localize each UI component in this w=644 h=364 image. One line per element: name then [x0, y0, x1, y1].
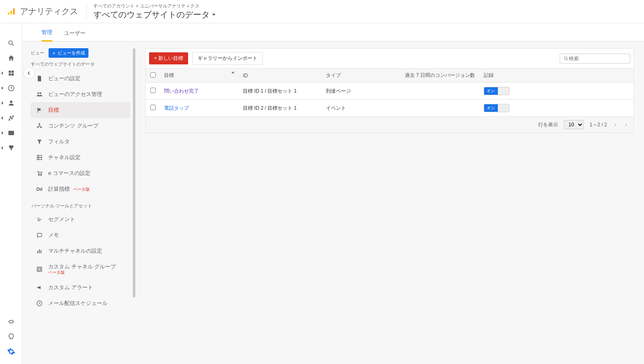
goals-toolbar: + 新しい目標 ギャラリーからインポート — [146, 49, 634, 68]
select-all-checkbox[interactable] — [150, 72, 156, 78]
app-name: アナリティクス — [20, 6, 78, 17]
table-row: 問い合わせ完了 目標 ID 1 / 目標セット 1 到達ページ オン — [146, 83, 634, 100]
svg-point-13 — [11, 118, 12, 119]
item-label: 計算指標 — [48, 186, 70, 192]
custom-alerts-item[interactable]: カスタム アラート — [31, 280, 130, 295]
item-label: ビューの設定 — [48, 75, 81, 82]
search-box[interactable] — [560, 54, 630, 64]
item-label: メール配信スケジュール — [48, 300, 108, 307]
recording-toggle[interactable]: オン — [484, 87, 509, 95]
rows-label: 行を表示 — [538, 121, 558, 128]
select-all-header[interactable] — [146, 69, 160, 83]
filter-icon — [36, 138, 43, 145]
goal-type-cell: 到達ページ — [322, 83, 401, 100]
current-view-name: すべてのウェブサイトのデータ — [31, 61, 130, 67]
analytics-logo-icon — [7, 7, 16, 16]
scrollbar[interactable] — [133, 48, 135, 306]
admin-gear-icon[interactable] — [0, 344, 22, 359]
custom-channel-item[interactable]: カスタム チャネル グループ ベータ版 — [31, 259, 130, 280]
content-groups-item[interactable]: コンテンツ グループ — [31, 118, 130, 134]
flag-icon — [36, 107, 43, 113]
item-label: 目標 — [48, 106, 59, 114]
channel-settings-item[interactable]: チャネル設定 — [31, 150, 130, 165]
col-goal[interactable]: 目標 — [160, 69, 239, 83]
home-icon[interactable] — [0, 51, 22, 66]
scheduled-emails-item[interactable]: メール配信スケジュール — [31, 295, 130, 311]
row-checkbox[interactable] — [150, 105, 156, 110]
logo-block[interactable]: アナリティクス — [7, 4, 87, 19]
attribution-icon[interactable] — [0, 314, 22, 329]
breadcrumb-block[interactable]: すべてのアカウント > ユニバーサルアナリティクス すべてのウェブサイトのデータ — [87, 3, 215, 20]
memo-icon — [36, 232, 43, 239]
people-icon — [36, 91, 43, 98]
item-label: e コマースの設定 — [48, 170, 91, 177]
search-input[interactable] — [569, 56, 627, 61]
create-view-button[interactable]: ビューを作成 — [49, 48, 88, 58]
item-label: ビューのアクセス管理 — [48, 91, 102, 98]
svg-rect-27 — [41, 250, 42, 253]
ecommerce-item[interactable]: e コマースの設定 — [31, 165, 130, 181]
col-conversions[interactable]: 過去 7 日間のコンバージョン数 — [401, 69, 480, 83]
dashboard-icon[interactable] — [0, 66, 22, 81]
col-type[interactable]: タイプ — [322, 69, 401, 83]
audience-icon[interactable] — [0, 96, 22, 111]
svg-point-3 — [9, 41, 12, 44]
svg-point-10 — [10, 101, 12, 103]
goal-link[interactable]: 電話タップ — [164, 105, 189, 111]
next-page-button[interactable]: › — [624, 122, 629, 128]
item-label: フィルタ — [48, 138, 70, 145]
sort-caret-icon — [231, 72, 235, 74]
svg-point-17 — [40, 92, 42, 94]
filters-item[interactable]: フィルタ — [31, 134, 130, 150]
goal-link[interactable]: 問い合わせ完了 — [164, 88, 199, 94]
clock-mail-icon — [36, 300, 43, 307]
recording-toggle[interactable]: オン — [484, 104, 509, 112]
segments-item[interactable]: セグメント — [31, 212, 130, 227]
page-icon — [36, 75, 43, 82]
view-access-item[interactable]: ビューのアクセス管理 — [31, 86, 130, 102]
goal-type-cell: イベント — [322, 100, 401, 117]
multichannel-item[interactable]: マルチチャネルの設定 — [31, 243, 130, 259]
beta-badge: ベータ版 — [48, 270, 116, 275]
personal-section-title: パーソナル ツールとアセット — [31, 197, 130, 212]
item-label: セグメント — [48, 216, 75, 223]
beta-badge: ベータ版 — [73, 187, 90, 192]
view-name: すべてのウェブサイトのデータ — [93, 9, 210, 20]
svg-rect-7 — [9, 74, 11, 76]
tab-admin[interactable]: 管理 — [42, 29, 52, 42]
view-selector[interactable]: すべてのウェブサイトのデータ — [93, 9, 215, 20]
back-button[interactable] — [23, 67, 35, 79]
item-label: メモ — [48, 231, 59, 239]
import-gallery-button[interactable]: ギャラリーからインポート — [192, 52, 263, 65]
behavior-icon[interactable] — [0, 125, 22, 140]
channel-icon — [36, 154, 43, 161]
svg-rect-1 — [10, 10, 12, 15]
tab-user[interactable]: ユーザー — [64, 30, 86, 41]
calculated-metrics-item[interactable]: Dd 計算指標 ベータ版 — [31, 181, 130, 197]
acquisition-icon[interactable] — [0, 111, 22, 125]
svg-point-22 — [39, 175, 39, 176]
goals-item[interactable]: 目標 — [31, 102, 130, 118]
prev-page-button[interactable]: ‹ — [613, 122, 618, 128]
svg-rect-15 — [8, 131, 14, 135]
svg-point-30 — [564, 57, 567, 59]
nav-rail — [0, 23, 22, 364]
goal-id-cell: 目標 ID 1 / 目標セット 1 — [239, 83, 322, 100]
view-settings-item[interactable]: ビューの設定 — [31, 71, 130, 86]
realtime-icon[interactable] — [0, 81, 22, 96]
conversions-icon[interactable] — [0, 140, 22, 155]
row-checkbox[interactable] — [150, 88, 156, 93]
goal-conv-cell — [401, 83, 480, 100]
search-icon[interactable] — [0, 36, 22, 51]
discover-icon[interactable] — [0, 329, 22, 344]
item-label: カスタム チャネル グループ — [48, 263, 116, 270]
svg-rect-2 — [13, 8, 15, 15]
col-id[interactable]: ID — [239, 69, 322, 83]
new-goal-button[interactable]: + 新しい目標 — [149, 52, 188, 64]
goals-table: 目標 ID タイプ 過去 7 日間のコンバージョン数 記録 問い合わせ完了 — [146, 68, 634, 116]
item-label: マルチチャネルの設定 — [48, 247, 102, 255]
page-size-select[interactable]: 10 — [564, 120, 584, 129]
col-recording[interactable]: 記録 — [480, 69, 634, 83]
annotations-item[interactable]: メモ — [31, 227, 130, 243]
view-column: ビュー ビューを作成 すべてのウェブサイトのデータ ビューの設定 ビューのアクセ… — [31, 48, 130, 364]
